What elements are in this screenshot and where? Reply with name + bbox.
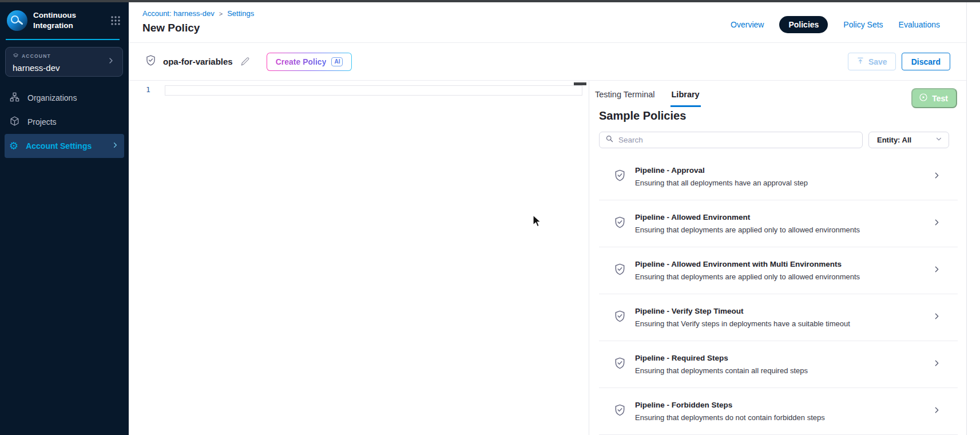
projects-icon bbox=[9, 116, 20, 128]
create-policy-label: Create Policy bbox=[276, 57, 327, 66]
tab-library[interactable]: Library bbox=[670, 88, 701, 107]
gear-icon: ⚙ bbox=[9, 141, 18, 151]
edit-pencil-icon[interactable] bbox=[240, 56, 251, 67]
play-circle-icon bbox=[919, 93, 928, 104]
policy-description: Ensuring that deployments are applied on… bbox=[635, 226, 860, 234]
product-name-line1: Continuous bbox=[33, 10, 105, 21]
policy-shield-icon bbox=[613, 263, 626, 278]
tab-evaluations[interactable]: Evaluations bbox=[899, 20, 940, 29]
sidebar-item-label: Projects bbox=[27, 117, 57, 126]
policy-shield-icon bbox=[613, 169, 626, 184]
policy-title: Pipeline - Verify Step Timeout bbox=[635, 307, 850, 315]
policy-title: Pipeline - Allowed Environment bbox=[635, 213, 860, 222]
policy-title: Pipeline - Required Steps bbox=[635, 354, 808, 362]
policy-description: Ensuring that deployments are applied on… bbox=[635, 272, 860, 281]
logo-stick bbox=[18, 20, 23, 25]
policy-shield-icon bbox=[613, 357, 626, 372]
toolbar-right: Save Discard bbox=[848, 53, 950, 70]
policy-list-item[interactable]: Pipeline - Required Steps Ensuring that … bbox=[599, 341, 958, 388]
policy-text: Pipeline - Forbidden Steps Ensuring that… bbox=[635, 401, 825, 422]
content-row: 1 Testing Terminal Library bbox=[129, 81, 966, 435]
upload-icon bbox=[856, 57, 864, 66]
policy-name: opa-for-variables bbox=[163, 57, 233, 66]
tab-testing-terminal[interactable]: Testing Terminal bbox=[594, 88, 656, 107]
chevron-right-icon bbox=[932, 358, 942, 370]
sidebar-header: Continuous Integration bbox=[0, 2, 129, 37]
policy-list-item[interactable]: Pipeline - Forbidden Steps Ensuring that… bbox=[599, 388, 958, 435]
policy-shield-icon bbox=[613, 404, 626, 419]
panel-tabs: Testing Terminal Library bbox=[594, 88, 701, 107]
sidebar-accent-line bbox=[6, 39, 120, 40]
policy-nav: Overview Policies Policy Sets Evaluation… bbox=[731, 16, 940, 33]
test-label: Test bbox=[932, 94, 948, 103]
chevron-right-icon bbox=[932, 311, 942, 323]
chevron-right-icon bbox=[106, 56, 116, 68]
main-area: Account: harness-dev > Settings New Poli… bbox=[129, 2, 967, 435]
account-layers-icon bbox=[13, 51, 19, 61]
search-box bbox=[599, 132, 863, 148]
sidebar-item-label: Organizations bbox=[27, 93, 77, 102]
account-name: harness-dev bbox=[13, 63, 106, 73]
tab-policies[interactable]: Policies bbox=[779, 16, 828, 33]
policy-title: Pipeline - Forbidden Steps bbox=[635, 401, 825, 409]
policy-toolbar: opa-for-variables Create Policy AI S bbox=[129, 43, 966, 81]
chevron-right-icon bbox=[111, 141, 120, 151]
chevron-down-icon bbox=[935, 135, 943, 145]
breadcrumb-separator: > bbox=[219, 10, 223, 17]
sidebar-item-organizations[interactable]: Organizations bbox=[5, 86, 124, 110]
policy-shield-icon bbox=[613, 216, 626, 231]
editor-current-line[interactable] bbox=[165, 85, 582, 96]
policy-description: Ensuring that deployments contain all re… bbox=[635, 366, 808, 375]
app-root: Continuous Integration bbox=[0, 2, 980, 435]
policy-list-item[interactable]: Pipeline - Approval Ensuring that all de… bbox=[599, 153, 958, 200]
product-name-line2: Integration bbox=[33, 21, 105, 31]
account-meta: ACCOUNT harness-dev bbox=[13, 51, 106, 73]
sidebar-item-label: Account Settings bbox=[26, 141, 92, 151]
policy-list-item[interactable]: Pipeline - Allowed Environment Ensuring … bbox=[599, 200, 958, 247]
policy-text: Pipeline - Approval Ensuring that all de… bbox=[635, 166, 808, 187]
sample-policies-heading: Sample Policies bbox=[599, 109, 686, 122]
create-policy-button[interactable]: Create Policy AI bbox=[267, 53, 352, 71]
policy-description: Ensuring that deployments do not contain… bbox=[635, 413, 825, 422]
breadcrumb-settings-link[interactable]: Settings bbox=[227, 9, 254, 18]
page-header: Account: harness-dev > Settings New Poli… bbox=[129, 2, 966, 43]
entity-filter-value: Entity: All bbox=[877, 136, 911, 144]
tab-policy-sets[interactable]: Policy Sets bbox=[843, 20, 883, 29]
policy-list-item[interactable]: Pipeline - Allowed Environment with Mult… bbox=[599, 247, 958, 294]
module-grid-icon[interactable] bbox=[110, 15, 121, 26]
search-row: Entity: All bbox=[599, 132, 949, 148]
discard-label: Discard bbox=[911, 57, 941, 66]
editor-line-number: 1 bbox=[146, 85, 150, 94]
policy-title: Pipeline - Approval bbox=[635, 166, 808, 175]
breadcrumb-account-link[interactable]: Account: harness-dev bbox=[142, 9, 215, 18]
save-button[interactable]: Save bbox=[848, 53, 896, 70]
sidebar-nav: Organizations Projects ⚙ Account Setting… bbox=[0, 86, 129, 158]
policy-shield-icon bbox=[145, 54, 157, 69]
tab-overview[interactable]: Overview bbox=[731, 20, 764, 29]
policy-description: Ensuring that all deployments have an ap… bbox=[635, 179, 808, 187]
rego-code-editor[interactable]: 1 bbox=[129, 81, 589, 435]
policy-title: Pipeline - Allowed Environment with Mult… bbox=[635, 260, 860, 268]
harness-ci-logo-icon[interactable] bbox=[7, 10, 27, 31]
organizations-icon bbox=[9, 92, 20, 104]
ai-badge: AI bbox=[331, 57, 343, 66]
search-input[interactable] bbox=[618, 136, 856, 144]
chevron-right-icon bbox=[932, 217, 942, 230]
policy-description: Ensuring that Verify steps in deployment… bbox=[635, 319, 850, 328]
sidebar-item-account-settings[interactable]: ⚙ Account Settings bbox=[5, 134, 124, 158]
sample-policies-list: Pipeline - Approval Ensuring that all de… bbox=[599, 153, 958, 435]
sidebar-item-projects[interactable]: Projects bbox=[5, 110, 124, 134]
entity-filter-dropdown[interactable]: Entity: All bbox=[868, 132, 949, 148]
test-button[interactable]: Test bbox=[911, 88, 957, 108]
chevron-right-icon bbox=[932, 171, 942, 183]
policy-text: Pipeline - Allowed Environment with Mult… bbox=[635, 260, 860, 281]
policy-text: Pipeline - Allowed Environment Ensuring … bbox=[635, 213, 860, 234]
discard-button[interactable]: Discard bbox=[902, 53, 950, 70]
account-selector[interactable]: ACCOUNT harness-dev bbox=[5, 47, 123, 77]
search-icon bbox=[605, 135, 614, 145]
policy-text: Pipeline - Verify Step Timeout Ensuring … bbox=[635, 307, 850, 328]
policy-list-item[interactable]: Pipeline - Verify Step Timeout Ensuring … bbox=[599, 294, 958, 341]
save-label: Save bbox=[868, 57, 887, 66]
chevron-right-icon bbox=[932, 264, 942, 276]
product-name: Continuous Integration bbox=[33, 10, 105, 30]
